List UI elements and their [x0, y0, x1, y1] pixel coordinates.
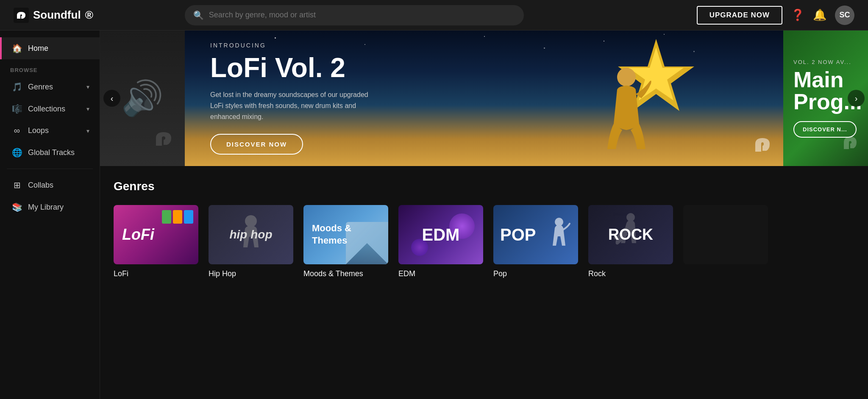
genre-name-rock: Rock [588, 269, 673, 278]
hero-introducing-text: INTRODUCING [210, 42, 371, 49]
chevron-down-icon-2: ▾ [86, 105, 89, 112]
global-tracks-icon: 🌐 [12, 147, 22, 158]
genre-name-moods: Moods & Themes [303, 269, 388, 278]
sidebar-home-label: Home [28, 44, 48, 53]
genre-name-pop: Pop [493, 269, 578, 278]
hero-main-content: INTRODUCING LoFi Vol. 2 Get lost in the … [210, 42, 371, 155]
hero-description: Get lost in the dreamy soundscapes of ou… [210, 89, 371, 122]
sidebar: 🏠 Home BROWSE 🎵 Genres ▾ 🎼 Collections ▾… [0, 30, 100, 399]
genre-thumb-pop: POP [493, 205, 578, 264]
sidebar-item-my-library[interactable]: 📚 My Library [0, 196, 100, 218]
genre-card-rock[interactable]: ROCK Rock [588, 205, 673, 278]
help-button[interactable]: ❓ [791, 8, 804, 22]
chevron-down-icon-3: ▾ [86, 127, 89, 134]
hero-title: LoFi Vol. 2 [210, 53, 371, 83]
genres-section-title: Genres [114, 180, 854, 193]
upgrade-button[interactable]: UPGRADE NOW [697, 6, 782, 25]
genre-thumb-edm: EDM [398, 205, 483, 264]
sidebar-item-loops[interactable]: ∞ Loops ▾ [0, 120, 100, 141]
genre-thumb-rock: ROCK [588, 205, 673, 264]
logo-text: Soundful [33, 8, 81, 22]
collections-icon: 🎼 [12, 104, 22, 114]
sidebar-loops-label: Loops [28, 126, 49, 135]
carousel-next-button[interactable]: › [848, 90, 865, 107]
hero-figure [588, 64, 665, 166]
search-bar[interactable]: 🔍 [185, 5, 524, 25]
genre-overlay-hiphop: hip hop [229, 228, 272, 241]
sidebar-collections-label: Collections [28, 105, 65, 114]
my-library-icon: 📚 [12, 202, 22, 212]
browse-label: BROWSE [0, 59, 100, 76]
genre-thumb-moods: Moods &Themes [303, 205, 388, 264]
sidebar-item-global-tracks[interactable]: 🌐 Global Tracks [0, 141, 100, 163]
svg-point-3 [617, 68, 636, 86]
genre-card-moods[interactable]: Moods &Themes Moods & Themes [303, 205, 388, 278]
genre-overlay-edm: EDM [422, 225, 460, 244]
notifications-button[interactable]: 🔔 [813, 8, 826, 22]
logo[interactable]: Soundful® [14, 8, 93, 23]
main-layout: 🏠 Home BROWSE 🎵 Genres ▾ 🎼 Collections ▾… [0, 30, 868, 399]
genre-thumb-lofi: LoFi [114, 205, 198, 264]
sidebar-divider [7, 169, 93, 169]
sidebar-item-genres[interactable]: 🎵 Genres ▾ [0, 76, 100, 98]
svg-rect-0 [14, 8, 29, 23]
soundful-logo-left [151, 126, 176, 158]
logo-icon [14, 8, 29, 23]
sidebar-global-tracks-label: Global Tracks [28, 148, 75, 157]
genre-name-edm: EDM [398, 269, 483, 278]
svg-point-4 [245, 215, 257, 227]
sidebar-genres-label: Genres [28, 83, 53, 91]
content-area: ‹ 🔊 [100, 30, 868, 399]
genre-name-lofi: LoFi [114, 269, 198, 278]
search-input[interactable] [209, 11, 515, 19]
hero-carousel: ‹ 🔊 [100, 30, 868, 166]
genre-overlay-lofi: LoFi [122, 226, 154, 243]
home-icon: 🏠 [12, 43, 22, 53]
genre-card-edm[interactable]: EDM EDM [398, 205, 483, 278]
sidebar-item-collections[interactable]: 🎼 Collections ▾ [0, 98, 100, 120]
soundful-watermark-main [752, 135, 773, 158]
sidebar-item-home[interactable]: 🏠 Home [0, 37, 100, 59]
soundful-watermark-right [841, 133, 860, 158]
genres-section: Genres LoFi LoFi [100, 166, 868, 288]
topbar: Soundful® 🔍 UPGRADE NOW ❓ 🔔 SC [0, 0, 868, 30]
genre-thumb-hiphop: hip hop [209, 205, 293, 264]
sidebar-item-collabs[interactable]: ⊞ Collabs [0, 174, 100, 196]
topbar-right: UPGRADE NOW ❓ 🔔 SC [697, 6, 854, 25]
genre-overlay-pop: POP [500, 225, 536, 244]
right-slide-title: Main Prog... [793, 69, 858, 113]
avatar[interactable]: SC [835, 6, 854, 25]
hero-cta-button[interactable]: DISCOVER NOW [210, 134, 303, 155]
genre-thumb-extra [683, 205, 768, 264]
genre-card-pop[interactable]: POP Pop [493, 205, 578, 278]
hero-slide-main: INTRODUCING LoFi Vol. 2 Get lost in the … [185, 30, 783, 166]
carousel-prev-button[interactable]: ‹ [103, 90, 120, 107]
speaker-graphic: 🔊 [121, 78, 164, 118]
genres-icon: 🎵 [12, 82, 22, 92]
genre-grid: LoFi LoFi [114, 205, 854, 278]
search-icon: 🔍 [193, 10, 204, 20]
right-slide-subtitle: VOL. 2 NOW AV... [793, 59, 858, 65]
genre-card-extra[interactable] [683, 205, 768, 278]
genre-card-hiphop[interactable]: hip hop Hip Hop [209, 205, 293, 278]
genre-overlay-rock: ROCK [608, 226, 653, 243]
collabs-icon: ⊞ [12, 180, 22, 190]
genre-overlay-moods: Moods &Themes [312, 222, 351, 247]
loops-icon: ∞ [12, 126, 22, 136]
genre-name-hiphop: Hip Hop [209, 269, 293, 278]
sidebar-collabs-label: Collabs [28, 181, 53, 190]
sidebar-my-library-label: My Library [28, 203, 64, 212]
help-icon: ❓ [791, 8, 804, 22]
genre-card-lofi[interactable]: LoFi LoFi [114, 205, 198, 278]
bell-icon: 🔔 [813, 8, 826, 22]
chevron-down-icon: ▾ [86, 83, 89, 90]
